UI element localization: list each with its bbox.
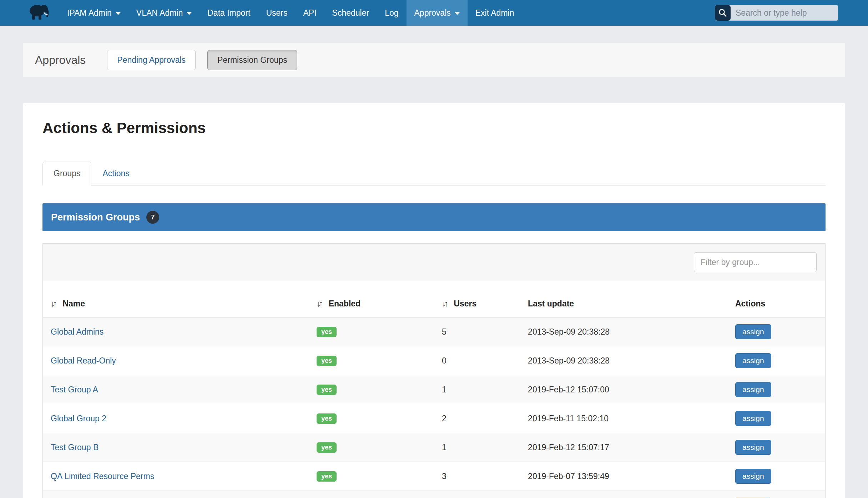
column-header-name: Name — [62, 299, 85, 308]
assign-button[interactable]: assign — [735, 382, 771, 397]
group-count-badge: 7 — [146, 211, 159, 224]
enabled-badge: yes — [317, 413, 337, 424]
users-count: 5 — [434, 317, 520, 346]
nav-item-exit-admin[interactable]: Exit Admin — [468, 0, 522, 26]
nav-item-scheduler[interactable]: Scheduler — [324, 0, 377, 26]
column-header-users: Users — [454, 299, 476, 308]
nav-item-label: IPAM Admin — [67, 8, 112, 18]
nav-item-log[interactable]: Log — [377, 0, 406, 26]
nav-item-data-import[interactable]: Data Import — [200, 0, 258, 26]
enabled-badge: yes — [317, 327, 337, 337]
enabled-badge: yes — [317, 471, 337, 482]
table-row: QA TLR Non Admin Group yes 1 2019-Feb-12… — [43, 491, 825, 498]
table-toolbar — [43, 244, 825, 281]
last-update: 2019-Feb-12 15:07:17 — [520, 433, 727, 462]
chevron-down-icon — [187, 12, 192, 15]
nav-item-label: Exit Admin — [475, 8, 514, 18]
column-header-actions: Actions — [735, 299, 765, 308]
sort-icon[interactable]: ↓↑ — [51, 299, 55, 308]
group-name-link[interactable]: Global Group 2 — [51, 414, 106, 423]
panel-title: Actions & Permissions — [42, 120, 826, 137]
table-row: Global Admins yes 5 2013-Sep-09 20:38:28… — [43, 317, 825, 346]
users-count: 1 — [434, 491, 520, 498]
users-count: 3 — [434, 462, 520, 491]
users-count: 2 — [434, 404, 520, 433]
search-input[interactable] — [731, 6, 838, 20]
nav-item-label: Scheduler — [332, 8, 369, 18]
assign-button[interactable]: assign — [735, 324, 771, 339]
last-update: 2019-Feb-07 13:59:49 — [520, 462, 727, 491]
chevron-down-icon — [455, 12, 460, 15]
nav-item-vlan-admin[interactable]: VLAN Admin — [128, 0, 200, 26]
column-header-last-update: Last update — [528, 299, 574, 308]
actions-permissions-panel: Actions & Permissions Groups Actions Per… — [23, 103, 845, 498]
permission-groups-header: Permission Groups 7 — [42, 203, 826, 231]
sort-icon[interactable]: ↓↑ — [317, 299, 321, 308]
nav-item-label: Data Import — [207, 8, 250, 18]
nav-item-approvals[interactable]: Approvals — [407, 0, 468, 26]
nav-item-label: VLAN Admin — [136, 8, 183, 18]
group-name-link[interactable]: Global Admins — [51, 327, 104, 336]
enabled-badge: yes — [317, 385, 337, 395]
group-name-link[interactable]: Test Group A — [51, 385, 98, 394]
pending-approvals-button[interactable]: Pending Approvals — [107, 50, 196, 70]
tab-bar: Groups Actions — [42, 162, 826, 186]
group-name-link[interactable]: QA Limited Resource Perms — [51, 472, 154, 481]
column-header-enabled: Enabled — [329, 299, 360, 308]
enabled-badge: yes — [317, 356, 337, 366]
users-count: 1 — [434, 375, 520, 404]
group-name-link[interactable]: Test Group B — [51, 443, 99, 452]
chevron-down-icon — [116, 12, 121, 15]
search-box — [715, 5, 838, 21]
nav-item-api[interactable]: API — [295, 0, 324, 26]
table-row: Global Group 2 yes 2 2019-Feb-11 15:02:1… — [43, 404, 825, 433]
approvals-header-strip: Approvals Pending Approvals Permission G… — [23, 43, 845, 77]
last-update: 2019-Feb-12 15:08:37 — [520, 491, 727, 498]
groups-table-container: ↓↑ Name ↓↑ Enabled ↓↑ Users Last update … — [42, 243, 826, 498]
assign-button[interactable]: assign — [735, 469, 771, 484]
assign-button[interactable]: assign — [735, 411, 771, 426]
filter-group-input[interactable] — [694, 252, 817, 272]
enabled-badge: yes — [317, 442, 337, 453]
group-name-link[interactable]: Global Read-Only — [51, 356, 116, 365]
nav-item-users[interactable]: Users — [258, 0, 295, 26]
top-navbar: IPAM Admin VLAN Admin Data Import Users … — [0, 0, 868, 26]
section-title: Permission Groups — [51, 212, 140, 223]
table-row: QA Limited Resource Perms yes 3 2019-Feb… — [43, 462, 825, 491]
last-update: 2019-Feb-12 15:07:00 — [520, 375, 727, 404]
users-count: 0 — [434, 346, 520, 375]
assign-button[interactable]: assign — [735, 353, 771, 368]
sort-icon[interactable]: ↓↑ — [442, 299, 446, 308]
table-row: Test Group B yes 1 2019-Feb-12 15:07:17 … — [43, 433, 825, 462]
permission-groups-button[interactable]: Permission Groups — [207, 50, 297, 70]
last-update: 2013-Sep-09 20:38:28 — [520, 346, 727, 375]
page-title: Approvals — [35, 54, 86, 67]
nav-item-label: Users — [266, 8, 287, 18]
assign-button[interactable]: assign — [735, 440, 771, 455]
app-logo[interactable] — [28, 0, 51, 26]
nav-item-label: Log — [385, 8, 398, 18]
nav-item-label: API — [303, 8, 316, 18]
permission-groups-table: ↓↑ Name ↓↑ Enabled ↓↑ Users Last update … — [43, 281, 825, 498]
tab-actions[interactable]: Actions — [91, 162, 140, 186]
nav-item-label: Approvals — [414, 8, 451, 18]
search-icon[interactable] — [715, 5, 731, 21]
last-update: 2013-Sep-09 20:38:28 — [520, 317, 727, 346]
mammoth-logo-icon — [28, 3, 51, 23]
tab-groups[interactable]: Groups — [42, 162, 91, 186]
last-update: 2019-Feb-11 15:02:10 — [520, 404, 727, 433]
table-row: Global Read-Only yes 0 2013-Sep-09 20:38… — [43, 346, 825, 375]
users-count: 1 — [434, 433, 520, 462]
nav-search-area — [715, 0, 838, 26]
table-row: Test Group A yes 1 2019-Feb-12 15:07:00 … — [43, 375, 825, 404]
nav-item-ipam-admin[interactable]: IPAM Admin — [59, 0, 128, 26]
table-header-row: ↓↑ Name ↓↑ Enabled ↓↑ Users Last update … — [43, 281, 825, 317]
